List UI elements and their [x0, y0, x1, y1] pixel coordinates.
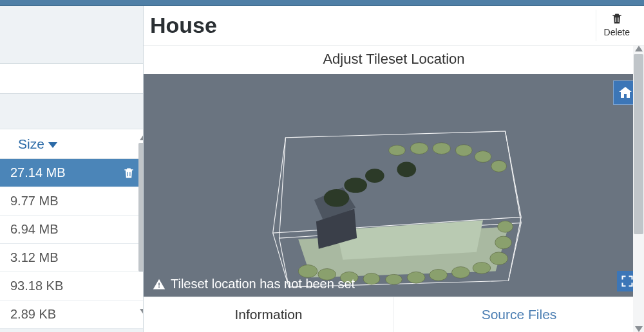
- tileset-scene: [144, 74, 644, 297]
- list-item-size: 27.14 MB: [10, 165, 66, 180]
- svg-point-27: [389, 145, 406, 156]
- svg-point-20: [495, 236, 512, 249]
- svg-point-25: [433, 143, 451, 154]
- svg-point-24: [455, 145, 472, 156]
- sidebar: Size 27.14 MB 9.77 MB 6.94 MB 3.12 MB: [0, 6, 143, 332]
- viewer-3d[interactable]: Tileset location has not been set: [144, 74, 644, 297]
- tab-bar: Information Source Files: [144, 297, 644, 332]
- svg-point-31: [397, 161, 416, 177]
- scroll-thumb[interactable]: [634, 54, 643, 234]
- delete-label: Delete: [604, 27, 630, 37]
- svg-point-14: [386, 274, 402, 284]
- list-item[interactable]: 27.14 MB: [0, 159, 143, 187]
- home-icon: [618, 85, 633, 100]
- tab-label: Information: [234, 307, 302, 322]
- svg-point-23: [475, 151, 491, 163]
- svg-point-22: [491, 160, 507, 172]
- list-item[interactable]: 2.89 KB: [0, 300, 143, 329]
- list-item-size: 3.12 MB: [10, 250, 58, 265]
- trash-icon: [611, 12, 623, 25]
- svg-point-17: [451, 267, 469, 279]
- trash-icon[interactable]: [122, 166, 135, 180]
- viewer-warning: Tileset location has not been set: [153, 277, 355, 291]
- viewer-warning-text: Tileset location has not been set: [171, 277, 355, 291]
- list-item[interactable]: 93.18 KB: [0, 272, 143, 300]
- svg-point-13: [363, 273, 380, 284]
- sort-caret-icon: [48, 142, 57, 148]
- app-topbar: [0, 0, 644, 6]
- svg-point-15: [407, 272, 425, 283]
- svg-point-29: [344, 178, 367, 193]
- expand-icon: [621, 275, 634, 288]
- svg-point-21: [498, 221, 513, 232]
- svg-point-26: [410, 143, 428, 154]
- svg-point-19: [490, 252, 508, 265]
- scroll-down-icon[interactable]: [635, 326, 643, 332]
- scroll-up-icon[interactable]: [635, 46, 643, 51]
- list-item-size: 9.77 MB: [10, 194, 58, 208]
- delete-button[interactable]: Delete: [596, 10, 638, 41]
- main-panel: House Delete Adjust Tileset Location: [143, 6, 644, 332]
- list-item-size: 2.89 KB: [10, 307, 56, 322]
- warning-icon: [153, 278, 166, 291]
- sort-label: Size: [18, 136, 44, 152]
- list-item[interactable]: 6.94 MB: [0, 216, 143, 244]
- list-item[interactable]: 9.77 MB: [0, 187, 143, 216]
- list-item-size: 93.18 KB: [10, 279, 63, 293]
- svg-point-28: [324, 189, 350, 207]
- tab-label: Source Files: [482, 307, 557, 322]
- svg-point-30: [365, 169, 384, 183]
- asset-list: Size 27.14 MB 9.77 MB 6.94 MB 3.12 MB: [0, 129, 143, 329]
- sort-header[interactable]: Size: [0, 129, 143, 159]
- tab-source-files[interactable]: Source Files: [394, 297, 644, 332]
- tab-information[interactable]: Information: [144, 297, 394, 332]
- svg-line-3: [506, 131, 522, 223]
- section-title: Adjust Tileset Location: [144, 46, 644, 74]
- svg-point-18: [473, 263, 491, 274]
- search-input[interactable]: [0, 63, 160, 94]
- svg-point-10: [298, 265, 317, 278]
- svg-line-2: [279, 138, 286, 238]
- list-item[interactable]: 3.12 MB: [0, 244, 143, 272]
- page-title: House: [150, 13, 217, 38]
- main-scrollbar[interactable]: [633, 46, 644, 332]
- list-item-size: 6.94 MB: [10, 222, 58, 237]
- svg-point-16: [430, 269, 448, 281]
